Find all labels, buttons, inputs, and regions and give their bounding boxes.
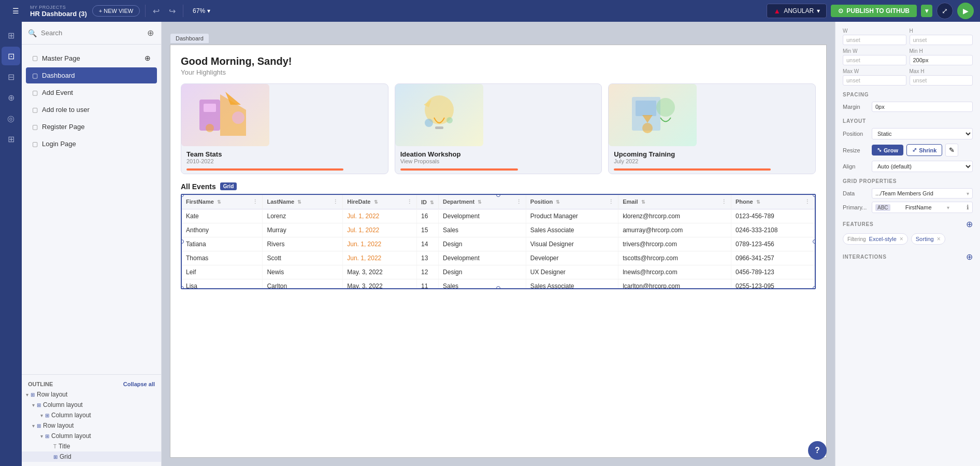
angular-chevron-icon: ▾: [817, 7, 820, 15]
card-title-3: Upcoming Training: [614, 150, 810, 158]
col-hiredate[interactable]: HireDate ⇅ ⋮: [343, 195, 417, 209]
col-phone[interactable]: Phone ⇅ ⋮: [731, 195, 815, 209]
handle-br[interactable]: [813, 286, 816, 289]
publish-button[interactable]: ⊙ PUBLISH TO GITHUB: [831, 5, 917, 17]
play-button[interactable]: ▶: [957, 3, 974, 19]
add-page-button[interactable]: ⊕: [146, 27, 155, 39]
table-row[interactable]: Thomas Scott Jun. 1, 2022 13 Development…: [182, 251, 815, 265]
outline-title-item[interactable]: ▾ T Title: [22, 441, 161, 451]
table-row[interactable]: Kate Lorenz Jul. 1, 2022 16 Development …: [182, 209, 815, 223]
data-grid-scroll[interactable]: FirstName ⇅ ⋮ LastName ⇅ ⋮ HireDate ⇅ ⋮ …: [182, 195, 815, 288]
card-info-2: Ideation Workshop View Proposals: [395, 146, 602, 174]
outline-item-label: Title: [59, 443, 157, 450]
share-button[interactable]: ⤢: [936, 3, 953, 19]
max-w-input[interactable]: unset: [843, 75, 906, 86]
handle-mr[interactable]: [813, 239, 816, 244]
main-layout: ⊞ ⊡ ⊟ ⊕ ◎ ⊞ 🔍 ⊕ ▢ Master Page ⊕ ▢ Dashbo…: [0, 22, 980, 466]
team-stats-card[interactable]: Team Stats 2010-2022: [181, 83, 388, 174]
position-select[interactable]: Static: [872, 128, 973, 139]
page-action-icon[interactable]: ⊕: [145, 54, 151, 62]
search-input[interactable]: [41, 29, 142, 37]
page-item-register[interactable]: ▢ Register Page: [26, 119, 157, 135]
card-title-1: Team Stats: [186, 150, 383, 158]
w-input[interactable]: unset: [843, 35, 906, 45]
handle-tr[interactable]: [813, 194, 816, 197]
page-item-dashboard[interactable]: ▢ Dashboard: [26, 67, 157, 83]
outline-row-layout-2[interactable]: ▾ ⊞ Row layout: [22, 420, 161, 431]
outline-row-layout-1[interactable]: ▾ ⊞ Row layout: [22, 389, 161, 400]
primary-value[interactable]: ABC FirstName ▾ ℹ: [872, 202, 973, 213]
resize-edit-button[interactable]: ✎: [945, 144, 958, 157]
col-pos[interactable]: Position ⇅ ⋮: [526, 195, 618, 209]
shrink-icon: ⤢: [912, 147, 917, 153]
github-icon: ⊙: [838, 7, 843, 15]
filtering-remove-button[interactable]: ×: [900, 235, 903, 243]
redo-button[interactable]: ↪: [167, 4, 178, 18]
zoom-control[interactable]: 67% ▾: [189, 5, 214, 17]
h-label: H: [910, 28, 973, 34]
hamburger-icon[interactable]: ☰: [6, 2, 25, 20]
table-row[interactable]: Tatiana Rivers Jun. 1, 2022 14 Design Vi…: [182, 237, 815, 251]
new-view-button[interactable]: + NEW VIEW: [92, 5, 140, 17]
outline-grid-item[interactable]: ▾ ⊞ Grid: [22, 451, 161, 462]
h-input[interactable]: unset: [910, 35, 973, 45]
outline-item-label: Row layout: [43, 422, 157, 429]
height-field: H unset: [910, 28, 973, 45]
settings-icon[interactable]: ⊞: [2, 130, 20, 148]
collapse-all-button[interactable]: Collapse all: [123, 381, 155, 387]
align-select[interactable]: Auto (default): [872, 161, 973, 172]
outline-col-layout-2[interactable]: ▾ ⊞ Column layout: [22, 410, 161, 420]
card-info-1: Team Stats 2010-2022: [181, 146, 388, 174]
page-label: Add role to user: [42, 106, 90, 114]
cell-pos: UX Designer: [526, 265, 618, 279]
ideation-card[interactable]: Ideation Workshop View Proposals: [395, 83, 602, 174]
col-id[interactable]: ID ⇅: [416, 195, 438, 209]
interactions-add-button[interactable]: ⊕: [966, 252, 973, 262]
col-firstname[interactable]: FirstName ⇅ ⋮: [182, 195, 263, 209]
outline-header: OUTLINE Collapse all: [22, 379, 161, 389]
cell-hiredate: May. 3, 2022: [343, 279, 417, 289]
components-icon[interactable]: ⊡: [2, 47, 20, 65]
table-row[interactable]: Leif Newis May. 3, 2022 12 Design UX Des…: [182, 265, 815, 279]
data-table: FirstName ⇅ ⋮ LastName ⇅ ⋮ HireDate ⇅ ⋮ …: [182, 195, 815, 288]
page-item-add-event[interactable]: ▢ Add Event: [26, 84, 157, 101]
pages-icon[interactable]: ⊞: [2, 26, 20, 45]
data-value[interactable]: .../Team Members Grid ▾: [872, 188, 973, 199]
outline-col-layout-3[interactable]: ▾ ⊞ Column layout: [22, 431, 161, 441]
all-events-header: All Events Grid: [181, 182, 816, 191]
cell-lastname: Murray: [263, 223, 343, 237]
resize-label: Resize: [843, 147, 869, 153]
help-button[interactable]: ?: [808, 441, 827, 460]
plugins-icon[interactable]: ◎: [2, 109, 20, 128]
layers-icon[interactable]: ⊟: [2, 67, 20, 86]
handle-bm[interactable]: [496, 286, 500, 289]
col-dept[interactable]: Department ⇅ ⋮: [439, 195, 526, 209]
sorting-remove-button[interactable]: ×: [937, 235, 941, 243]
table-row[interactable]: Anthony Murray Jul. 1, 2022 15 Sales Sal…: [182, 223, 815, 237]
col-email[interactable]: Email ⇅ ⋮: [618, 195, 731, 209]
topbar: ☰ MY PROJECTS HR Dashboard (3) + NEW VIE…: [0, 0, 980, 22]
undo-button[interactable]: ↩: [151, 4, 162, 18]
features-add-button[interactable]: ⊕: [966, 219, 973, 229]
handle-bl[interactable]: [181, 286, 184, 289]
angular-button[interactable]: ▲ ANGULAR ▾: [767, 4, 827, 18]
max-h-input[interactable]: unset: [910, 75, 973, 86]
page-item-master[interactable]: ▢ Master Page ⊕: [26, 50, 157, 66]
margin-value[interactable]: 0px: [872, 102, 973, 112]
publish-dropdown-button[interactable]: ▾: [921, 5, 932, 17]
min-h-input[interactable]: 200px: [910, 55, 973, 65]
grow-button[interactable]: ⤡ Grow: [872, 145, 903, 156]
page-item-add-role[interactable]: ▢ Add role to user: [26, 102, 157, 118]
page-item-login[interactable]: ▢ Login Page: [26, 136, 157, 152]
greeting-text: Good Morning, Sandy!: [181, 55, 816, 67]
shrink-button[interactable]: ⤢ Shrink: [906, 144, 942, 156]
assets-icon[interactable]: ⊕: [2, 88, 20, 107]
col-lastname[interactable]: LastName ⇅ ⋮: [263, 195, 343, 209]
min-w-input[interactable]: unset: [843, 55, 906, 65]
cell-dept: Development: [439, 209, 526, 223]
pages-list: ▢ Master Page ⊕ ▢ Dashboard ▢ Add Event …: [22, 45, 161, 374]
grid-icon: ⊞: [45, 433, 49, 439]
outline-col-layout-1[interactable]: ▾ ⊞ Column layout: [22, 400, 161, 410]
dropdown-arrow-icon: ▾: [967, 191, 969, 196]
training-card[interactable]: Upcoming Training July 2022: [608, 83, 816, 174]
